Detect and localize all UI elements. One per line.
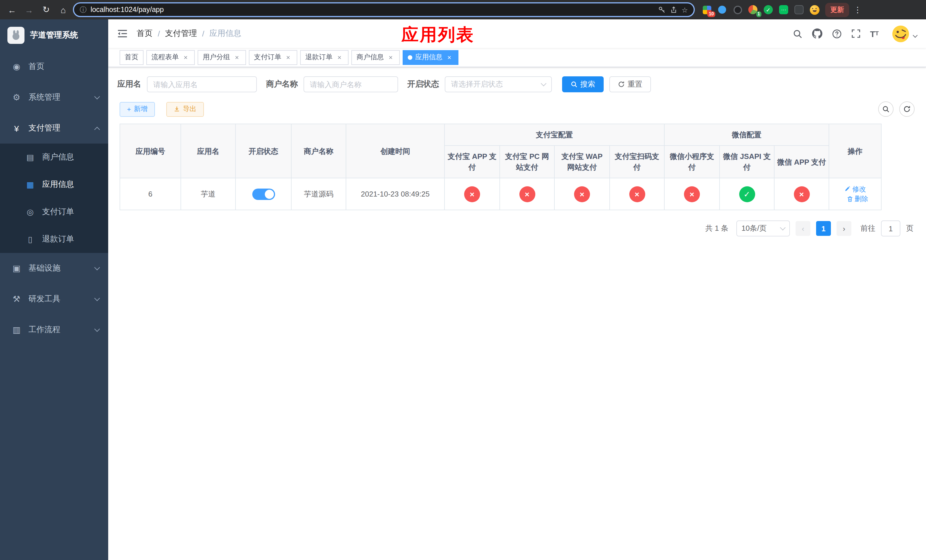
plus-icon: + [127, 105, 131, 113]
browser-update-button[interactable]: 更新 [825, 3, 849, 17]
pagination: 共 1 条 10条/页 ‹ 1 › 前往 页 [120, 221, 915, 236]
tab-pay-order[interactable]: 支付订单× [249, 50, 297, 65]
chevron-down-icon [913, 33, 918, 38]
app-name-input[interactable] [147, 76, 257, 92]
breadcrumb-payment[interactable]: 支付管理 [165, 29, 197, 39]
delete-link[interactable]: 删除 [847, 194, 868, 204]
extension-avatar-icon[interactable]: 1 [748, 5, 758, 15]
tab-process-form[interactable]: 流程表单× [146, 50, 195, 65]
sidebar-item-home[interactable]: ◉ 首页 [0, 51, 108, 82]
chevron-down-icon [94, 295, 100, 301]
search-icon[interactable] [793, 29, 802, 38]
user-avatar[interactable] [892, 25, 917, 42]
tab-app-info[interactable]: 应用信息× [402, 50, 458, 65]
page-number-button[interactable]: 1 [816, 221, 831, 236]
grid-icon: ▦ [25, 180, 35, 189]
briefcase-icon: ▥ [11, 325, 22, 335]
status-toggle[interactable] [252, 188, 275, 200]
refresh-button[interactable] [899, 101, 915, 117]
status-select[interactable]: 请选择开启状态 [445, 76, 552, 92]
column-header-created: 创建时间 [346, 124, 445, 178]
yen-icon: ¥ [11, 123, 22, 133]
merchant-name-input[interactable] [304, 76, 398, 92]
close-icon[interactable]: × [233, 53, 241, 61]
close-icon[interactable]: × [182, 53, 190, 61]
close-icon[interactable]: × [284, 53, 292, 61]
browser-reload-button[interactable]: ↻ [39, 2, 53, 17]
share-icon[interactable] [670, 6, 678, 14]
tab-label: 首页 [125, 52, 138, 62]
browser-menu-icon[interactable]: ⋮ [851, 5, 864, 14]
page-size-value: 10条/页 [741, 223, 767, 233]
page-annotation: 应用列表 [401, 23, 474, 47]
cell-app-id: 6 [120, 178, 181, 210]
goto-page-input[interactable] [881, 221, 900, 236]
search-button[interactable]: 搜索 [562, 76, 604, 92]
navbar: 首页 / 支付管理 / 应用信息 应用列表 [108, 20, 926, 48]
add-button[interactable]: + 新增 [120, 102, 155, 117]
address-bar[interactable]: ⓘ localhost:1024/pay/app ☆ [73, 2, 695, 17]
sidebar-item-label: 商户信息 [42, 152, 74, 162]
extension-chat-icon[interactable]: ··· [779, 5, 789, 15]
tab-home[interactable]: 首页 [120, 50, 144, 65]
help-icon[interactable] [832, 29, 841, 38]
extension-check-icon[interactable]: ✓ [763, 5, 773, 15]
tab-label: 支付订单 [254, 52, 281, 62]
next-page-button[interactable]: › [837, 221, 851, 236]
extension-grid-icon[interactable]: 10 [702, 5, 712, 15]
payment-submenu: ▤ 商户信息 ▦ 应用信息 ◎ 支付订单 ▯ 退款订单 [0, 144, 108, 253]
sidebar-item-pay-order[interactable]: ◎ 支付订单 [0, 198, 108, 226]
sidebar-item-system[interactable]: ⚙ 系统管理 [0, 82, 108, 113]
close-icon[interactable]: × [387, 53, 395, 61]
sidebar-item-merchant-info[interactable]: ▤ 商户信息 [0, 144, 108, 171]
page-size-select[interactable]: 10条/页 [736, 221, 790, 236]
tab-label: 商户信息 [357, 52, 384, 62]
browser-back-button[interactable]: ← [5, 2, 20, 17]
cell-alipay-wap: × [554, 178, 610, 210]
browser-home-button[interactable]: ⌂ [56, 2, 71, 17]
sidebar-item-infrastructure[interactable]: ▣ 基础设施 [0, 253, 108, 284]
browser-profile-avatar[interactable] [809, 5, 820, 15]
site-info-icon[interactable]: ⓘ [80, 5, 86, 15]
export-button[interactable]: 导出 [166, 102, 204, 117]
breadcrumb-home[interactable]: 首页 [137, 29, 153, 39]
extension-dark-icon[interactable] [732, 5, 743, 15]
dashboard-icon: ◉ [11, 62, 22, 72]
browser-forward-button[interactable]: → [22, 2, 36, 17]
edit-link[interactable]: 修改 [844, 184, 866, 194]
password-key-icon[interactable] [658, 6, 666, 14]
close-icon[interactable]: × [445, 53, 453, 61]
breadcrumb-separator: / [202, 29, 204, 38]
prev-page-button[interactable]: ‹ [796, 221, 810, 236]
sidebar-item-refund-order[interactable]: ▯ 退款订单 [0, 226, 108, 253]
font-size-icon[interactable]: TT [870, 29, 879, 38]
sidebar-item-workflow[interactable]: ▥ 工作流程 [0, 315, 108, 345]
sidebar-item-devtools[interactable]: ⚒ 研发工具 [0, 284, 108, 315]
close-icon[interactable]: × [336, 53, 343, 61]
sidebar-item-label: 退款订单 [42, 234, 74, 244]
sidebar-item-label: 首页 [29, 62, 44, 72]
url-text: localhost:1024/pay/app [91, 6, 654, 14]
pagination-total: 共 1 条 [705, 223, 728, 233]
extension-drop-icon[interactable] [717, 5, 727, 15]
bookmark-star-icon[interactable]: ☆ [682, 5, 688, 14]
extensions-area: 10 1 ✓ ··· [702, 5, 820, 15]
extensions-puzzle-icon[interactable] [794, 5, 804, 15]
tab-user-group[interactable]: 用户分组× [198, 50, 246, 65]
reset-button[interactable]: 重置 [609, 76, 651, 92]
tab-merchant-info[interactable]: 商户信息× [351, 50, 400, 65]
fullscreen-icon[interactable] [851, 29, 860, 38]
column-header-wx-jsapi: 微信 JSAPI 支付 [720, 145, 774, 178]
sidebar-item-app-info[interactable]: ▦ 应用信息 [0, 171, 108, 198]
sidebar-collapse-icon[interactable] [117, 29, 127, 38]
app-name-label: 应用名 [117, 79, 141, 89]
config-status-icon: × [464, 186, 480, 202]
browser-toolbar: ← → ↻ ⌂ ⓘ localhost:1024/pay/app ☆ 10 1 … [0, 0, 926, 20]
tab-refund-order[interactable]: 退款订单× [300, 50, 348, 65]
column-header-alipay-qr: 支付宝扫码支付 [610, 145, 664, 178]
toggle-search-button[interactable] [878, 101, 894, 117]
github-icon[interactable] [812, 29, 822, 39]
sidebar-item-payment[interactable]: ¥ 支付管理 [0, 113, 108, 144]
toolbar: + 新增 导出 [120, 101, 915, 117]
export-button-label: 导出 [183, 104, 197, 114]
